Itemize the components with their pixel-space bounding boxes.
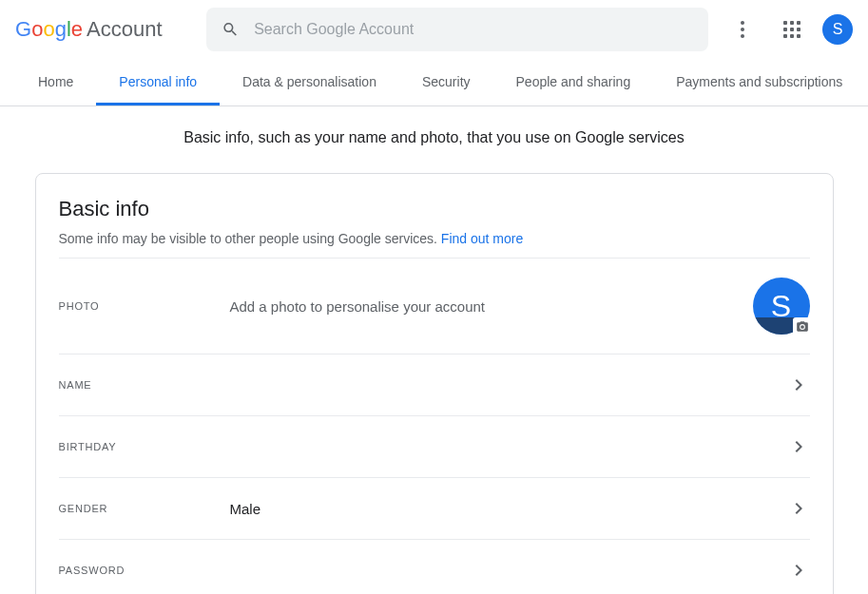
tab-payments-subscriptions[interactable]: Payments and subscriptions (653, 59, 865, 105)
apps-grid-icon (783, 21, 800, 38)
row-name[interactable]: NAME (59, 354, 810, 415)
row-label-photo: PHOTO (59, 300, 230, 312)
row-label-birthday: BIRTHDAY (59, 441, 230, 452)
profile-photo[interactable]: S (753, 278, 810, 335)
row-desc-photo: Add a photo to personalise your account (230, 298, 753, 315)
header-actions: S (723, 10, 853, 48)
account-avatar[interactable]: S (822, 14, 853, 45)
more-vert-icon (741, 21, 744, 38)
tab-data-personalisation[interactable]: Data & personalisation (220, 59, 399, 105)
page-subtitle: Basic info, such as your name and photo,… (34, 129, 834, 146)
content: Basic info, such as your name and photo,… (0, 106, 868, 594)
chevron-right-icon (787, 435, 810, 458)
chevron-right-icon (787, 497, 810, 520)
card-desc-text: Some info may be visible to other people… (59, 231, 441, 246)
row-label-name: NAME (59, 379, 230, 391)
row-label-password: PASSWORD (59, 565, 230, 576)
profile-avatar-letter: S (771, 289, 791, 324)
product-name: Account (87, 17, 163, 42)
tabs: Home Personal info Data & personalisatio… (0, 59, 868, 106)
tab-security[interactable]: Security (399, 59, 493, 105)
chevron-right-icon (787, 374, 810, 396)
search-bar[interactable] (206, 8, 708, 51)
card-desc: Some info may be visible to other people… (59, 231, 810, 246)
basic-info-card: Basic info Some info may be visible to o… (35, 173, 834, 594)
camera-icon (793, 317, 812, 336)
tab-people-sharing[interactable]: People and sharing (493, 59, 654, 105)
card-title: Basic info (59, 197, 810, 221)
logo-section[interactable]: Google Account (15, 17, 163, 42)
row-label-gender: GENDER (59, 503, 230, 514)
find-out-more-link[interactable]: Find out more (441, 231, 523, 246)
search-input[interactable] (254, 21, 693, 38)
tab-home[interactable]: Home (15, 59, 96, 105)
row-value-gender: Male (230, 501, 787, 517)
search-icon (222, 20, 240, 39)
row-password[interactable]: PASSWORD (59, 539, 810, 594)
tab-personal-info[interactable]: Personal info (96, 59, 220, 105)
row-gender[interactable]: GENDER Male (59, 477, 810, 539)
header: Google Account S (0, 0, 868, 59)
row-birthday[interactable]: BIRTHDAY (59, 415, 810, 477)
row-photo[interactable]: PHOTO Add a photo to personalise your ac… (59, 258, 810, 354)
more-options-button[interactable] (723, 10, 762, 48)
google-logo: Google (15, 17, 83, 42)
chevron-right-icon (787, 559, 810, 582)
apps-button[interactable] (773, 10, 811, 48)
